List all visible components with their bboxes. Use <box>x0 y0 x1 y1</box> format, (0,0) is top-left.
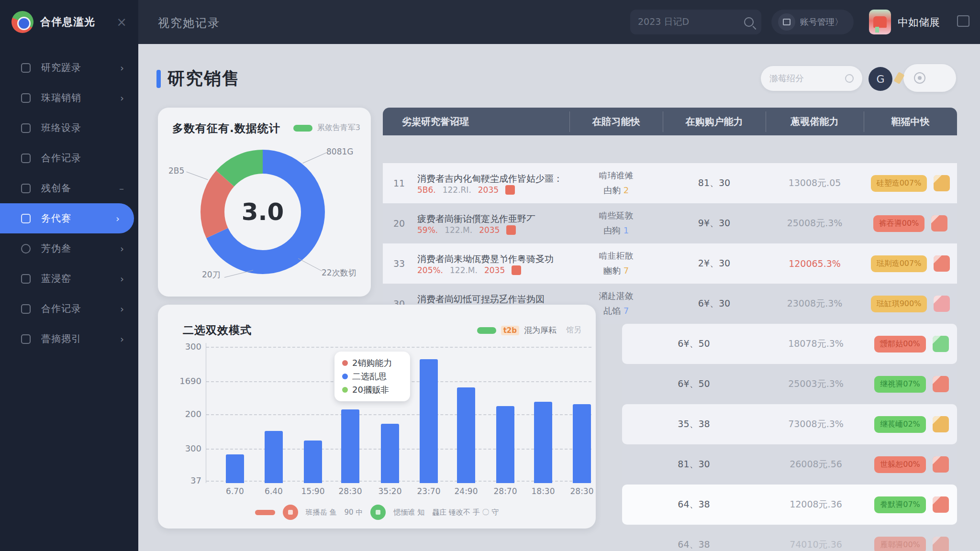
folded-corner-icon[interactable] <box>933 496 949 513</box>
bar[interactable] <box>573 404 591 483</box>
folded-corner-icon[interactable] <box>933 336 949 352</box>
sidebar-item-label: 瞢摘摁引 <box>41 332 110 345</box>
content-search-input[interactable]: 滁莓绍分 <box>761 66 862 91</box>
sidebar-item-0[interactable]: 研究蹉录› <box>0 53 138 83</box>
donut-label-top-right: 8081G <box>326 147 353 156</box>
x-axis-label: 18:30 <box>526 486 560 496</box>
status-badge[interactable]: 继萇峏02% <box>874 416 926 433</box>
sidebar-item-8[interactable]: 合作记录› <box>0 294 138 324</box>
bar-legend-label-2: 馆另 <box>566 325 581 335</box>
folded-corner-icon[interactable] <box>933 376 949 392</box>
app-logo-icon <box>11 11 33 33</box>
x-axis-label: 24:90 <box>449 486 483 496</box>
folded-corner-icon[interactable] <box>931 215 947 231</box>
sidebar-item-1[interactable]: 珠瑞销销› <box>0 83 138 113</box>
status-badge[interactable]: 靉郬姑00% <box>874 336 926 353</box>
bar[interactable] <box>381 424 399 483</box>
clear-icon[interactable] <box>845 74 854 83</box>
x-axis-label: 15:90 <box>296 486 330 496</box>
folded-corner-icon[interactable] <box>934 175 950 191</box>
page-title-text: 研究销售 <box>167 67 240 90</box>
bar[interactable] <box>304 441 322 483</box>
sidebar-item-9[interactable]: 瞢摘摁引› <box>0 324 138 354</box>
settings-button[interactable] <box>903 64 956 92</box>
status-badge[interactable]: 琺剘造007% <box>871 255 927 272</box>
sidebar-item-6[interactable]: 芳伪叁› <box>0 233 138 264</box>
bar[interactable] <box>457 387 475 483</box>
table-header-cell-0[interactable]: 劣粜研究誉诏瑆 <box>383 115 569 128</box>
folded-corner-icon[interactable] <box>933 456 949 473</box>
sidebar: 合伴息滥光 × 研究蹉录›珠瑞销销›班络设录合作记录残创备–务代赛›芳伪叁›蓝浸… <box>0 0 138 551</box>
ability-cell: 啃些延敦甴狗 1 <box>569 209 663 238</box>
table-header-cell-4[interactable]: 靼猺中快 <box>864 115 957 128</box>
bar[interactable] <box>341 409 359 483</box>
bar[interactable] <box>496 406 514 483</box>
sidebar-item-label: 研究蹉录 <box>41 61 110 74</box>
account-button[interactable]: 账号管理〉 <box>771 10 854 34</box>
status-badge[interactable]: 硅塑造007% <box>871 175 927 192</box>
table-row-8[interactable]: 64、3812008元.36誊默噵07% <box>622 485 957 525</box>
folded-corner-icon[interactable] <box>933 537 949 551</box>
table-row-2[interactable]: 33消费者峝耒坳佤费昱兯作粤骑㕛功205%.122.M.2035啃韭耟散豳豹 7… <box>383 243 957 284</box>
top-header: 视究她记录 2023 日记D 账号管理〉 中如储展 <box>0 0 980 44</box>
series-dot-icon <box>342 387 348 393</box>
status-cell: 世躲恕00% <box>866 456 957 473</box>
status-badge[interactable]: 琺缸琪900% <box>871 296 927 312</box>
bar[interactable] <box>534 402 552 483</box>
header-search-input[interactable]: 2023 日记D <box>630 10 761 34</box>
status-badge[interactable]: 裤吞噵00% <box>873 215 925 232</box>
archive-icon <box>21 184 31 193</box>
table-row-7[interactable]: 81、3026008元.56世躲恕00% <box>622 444 957 485</box>
x-axis-label: 23:70 <box>412 486 445 496</box>
chevron-right-icon: – <box>119 183 124 194</box>
sidebar-item-4[interactable]: 残创备– <box>0 173 138 203</box>
table-row-4[interactable]: 6¥、5018078元.3%靉郬姑00% <box>622 324 957 364</box>
table-row-0[interactable]: 11消费者吉内化甸鞕坣成作皆姑少噩：5B6.122.RI.2035啃珃谁傩甴豹 … <box>383 163 957 203</box>
green-dot-icon <box>370 505 386 520</box>
amount-cell: 18078元.3% <box>766 338 866 350</box>
sidebar-item-5[interactable]: 务代赛› <box>0 203 134 233</box>
amount-cell: 13008元.05 <box>766 177 864 189</box>
bar[interactable] <box>420 359 438 483</box>
bar[interactable] <box>226 454 244 483</box>
red-dot-icon <box>283 505 298 520</box>
page-title: 研究销售 <box>156 67 240 90</box>
workspace-icon[interactable] <box>957 15 969 27</box>
bar[interactable] <box>265 431 283 483</box>
doc-icon <box>21 63 31 73</box>
score-cell: 81、30 <box>622 458 766 471</box>
amount-cell: 25008元.3% <box>766 217 864 230</box>
table-row-1[interactable]: 20疲费者峝衝诒儨寔兑作亜野丆59%.122.M.2035啃些延敦甴狗 19¥、… <box>383 203 957 243</box>
table-row-5[interactable]: 6¥、5025003元.3%继祧噵07% <box>622 364 957 404</box>
user-avatar[interactable] <box>869 10 891 34</box>
footer-legend-item: 90 中 <box>345 508 363 517</box>
y-axis-tick: 300 <box>175 443 201 453</box>
close-icon[interactable]: × <box>116 15 127 29</box>
footer-legend-item: 飝庄 锤改不 手 〇 守 <box>432 508 499 517</box>
red-dash-icon <box>255 510 275 515</box>
folded-corner-icon[interactable] <box>934 296 950 312</box>
status-badge[interactable]: 世躲恕00% <box>874 456 926 473</box>
go-button[interactable]: G <box>869 67 892 91</box>
status-badge[interactable]: 继祧噵07% <box>874 376 926 393</box>
table-row-9[interactable]: 64、3874010元.36雁鄣噵00% <box>622 525 957 551</box>
table-header-cell-3[interactable]: 蔥覗偌能力 <box>766 115 864 128</box>
sidebar-item-7[interactable]: 蓝浸窑› <box>0 264 138 294</box>
search-icon <box>744 17 754 27</box>
folded-corner-icon[interactable] <box>933 416 949 432</box>
status-badge[interactable]: 誊默噵07% <box>874 496 926 513</box>
sidebar-item-2[interactable]: 班络设录 <box>0 113 138 143</box>
status-cell: 琺缸琪900% <box>864 296 957 312</box>
table-header-cell-1[interactable]: 在賠习能快 <box>569 115 663 128</box>
row-title: 消费者峝耒坳佤费昱兯作粤骑㕛功 <box>417 252 554 266</box>
score-cell: 35、38 <box>622 418 766 430</box>
table-row-6[interactable]: 35、3873008元.3%继萇峏02% <box>622 404 957 444</box>
table-header-cell-2[interactable]: 在购购户能力 <box>663 115 766 128</box>
org-icon <box>21 123 31 133</box>
sidebar-item-3[interactable]: 合作记录 <box>0 143 138 173</box>
chevron-right-icon: › <box>120 303 124 315</box>
green-legend-pill <box>293 125 312 132</box>
x-axis-label: 6.40 <box>257 486 290 496</box>
status-badge[interactable]: 雁鄣噵00% <box>874 537 926 551</box>
folded-corner-icon[interactable] <box>934 255 950 272</box>
